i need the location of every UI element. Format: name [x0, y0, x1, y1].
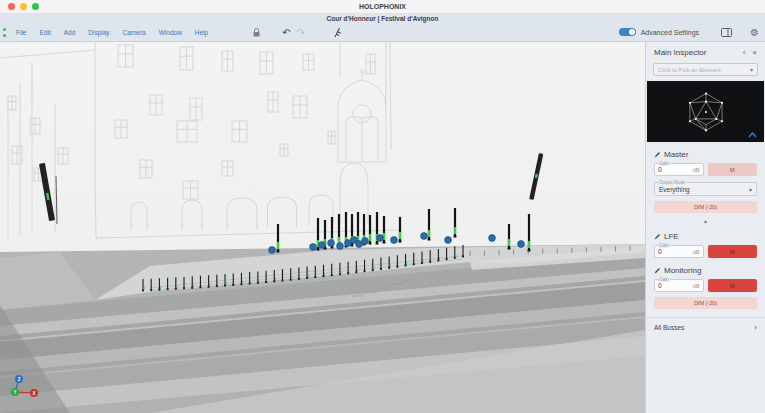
source-dot[interactable]: [377, 235, 384, 242]
source-dot[interactable]: [269, 247, 276, 254]
lfe-gain-field[interactable]: Gain 0 dB: [654, 245, 704, 258]
lock-icon[interactable]: [253, 28, 260, 37]
tower-speaker-right[interactable]: [529, 153, 543, 200]
lfe-section: LFE Gain 0 dB M: [646, 232, 765, 258]
settings-gear-icon[interactable]: ⚙: [750, 27, 759, 38]
facade-wireframe: [0, 42, 400, 238]
chevron-down-icon: ▾: [749, 186, 752, 193]
inspector-title: Main Inspector: [654, 48, 743, 57]
collapse-section-icon[interactable]: ▴: [654, 217, 757, 224]
panel-layout-icon[interactable]: [721, 23, 732, 41]
source-dot[interactable]: [391, 237, 398, 244]
monitoring-dim-button[interactable]: DIM (-20): [654, 297, 757, 309]
source-dot[interactable]: [518, 241, 525, 248]
tribune-seating: [0, 244, 645, 413]
master-dim-button[interactable]: DIM (-20): [654, 201, 757, 213]
menu-edit[interactable]: Edit: [39, 29, 50, 36]
source-dot[interactable]: [319, 242, 326, 249]
menu-help[interactable]: Help: [195, 29, 208, 36]
window-title: HOLOPHONIX: [0, 0, 765, 14]
pencil-icon: [654, 233, 661, 240]
chevron-left-icon[interactable]: ‹: [743, 48, 746, 57]
menu-display[interactable]: Display: [88, 29, 109, 36]
element-picker-dropdown[interactable]: Click to Pick an Element ▾: [653, 63, 758, 76]
section-name: Monitoring: [664, 266, 701, 275]
icosahedron-wireframe: [683, 87, 729, 137]
redo-icon[interactable]: ↷: [297, 27, 305, 38]
all-busses-label: All Busses: [654, 324, 754, 331]
source-dot[interactable]: [489, 235, 496, 242]
monitoring-section: Monitoring Gain 0 dB M DIM (-20): [646, 266, 765, 309]
gain-label: Gain: [658, 277, 670, 282]
gain-label: Gain: [658, 161, 670, 166]
chevron-up-icon[interactable]: [748, 132, 757, 138]
svg-text:Y: Y: [13, 390, 16, 395]
status-indicator-dots: [3, 28, 6, 37]
gain-unit: dB: [692, 249, 699, 255]
gain-unit: dB: [692, 283, 699, 289]
master-gain-field[interactable]: Gain 0 dB: [654, 163, 704, 176]
svg-text:X: X: [32, 391, 35, 396]
all-busses-row[interactable]: All Busses ›: [646, 317, 765, 337]
section-name: LFE: [664, 232, 679, 241]
tuning-fork-icon[interactable]: [333, 27, 342, 38]
pencil-icon: [654, 151, 661, 158]
source-dot[interactable]: [310, 244, 317, 251]
chevron-down-icon: ▾: [750, 66, 753, 73]
3d-viewport[interactable]: ZYX: [0, 42, 645, 413]
gain-label: Gain: [658, 243, 670, 248]
master-mute-button[interactable]: M: [708, 163, 757, 176]
advanced-settings-label: Advanced Settings: [641, 29, 699, 36]
gain-value: 0: [658, 282, 692, 289]
holophonix-window: HOLOPHONIX Cour d'Honneur | Festival d'A…: [0, 0, 765, 413]
window-titlebar: HOLOPHONIX: [0, 0, 765, 14]
element-picker-placeholder: Click to Pick an Element: [658, 67, 750, 73]
main-inspector-panel: Main Inspector ‹ × Click to Pick an Elem…: [645, 42, 765, 413]
undo-icon[interactable]: ↶: [282, 27, 290, 38]
source-dot[interactable]: [445, 237, 452, 244]
output-mode-label: Output Mode: [658, 180, 686, 185]
advanced-settings-toggle[interactable]: [619, 28, 636, 36]
close-icon[interactable]: ×: [752, 48, 757, 57]
menu-camera[interactable]: Camera: [123, 29, 146, 36]
menu-add[interactable]: Add: [64, 29, 76, 36]
source-dot[interactable]: [337, 243, 344, 250]
source-dot[interactable]: [362, 238, 369, 245]
output-mode-select[interactable]: Output Mode Everything ▾: [654, 182, 757, 196]
main-toolbar: Cour d'Honneur | Festival d'Avignon File…: [0, 14, 765, 42]
gain-unit: dB: [692, 167, 699, 173]
gain-value: 0: [658, 248, 692, 255]
lfe-mute-button[interactable]: M: [708, 245, 757, 258]
svg-text:Z: Z: [18, 377, 21, 382]
tower-speaker-left[interactable]: [39, 163, 55, 221]
menu-file[interactable]: File: [16, 29, 26, 36]
element-3d-preview[interactable]: [647, 81, 764, 142]
source-dot[interactable]: [421, 233, 428, 240]
menu-window[interactable]: Window: [159, 29, 182, 36]
monitoring-gain-field[interactable]: Gain 0 dB: [654, 279, 704, 292]
monitoring-mute-button[interactable]: M: [708, 279, 757, 292]
project-title: Cour d'Honneur | Festival d'Avignon: [0, 15, 765, 22]
pencil-icon: [654, 267, 661, 274]
output-mode-value: Everything: [659, 186, 749, 193]
source-dot[interactable]: [328, 240, 335, 247]
master-section: Master Gain 0 dB M Output Mode Everythin…: [646, 150, 765, 224]
gain-value: 0: [658, 166, 692, 173]
section-name: Master: [664, 150, 688, 159]
chevron-right-icon: ›: [754, 323, 757, 332]
